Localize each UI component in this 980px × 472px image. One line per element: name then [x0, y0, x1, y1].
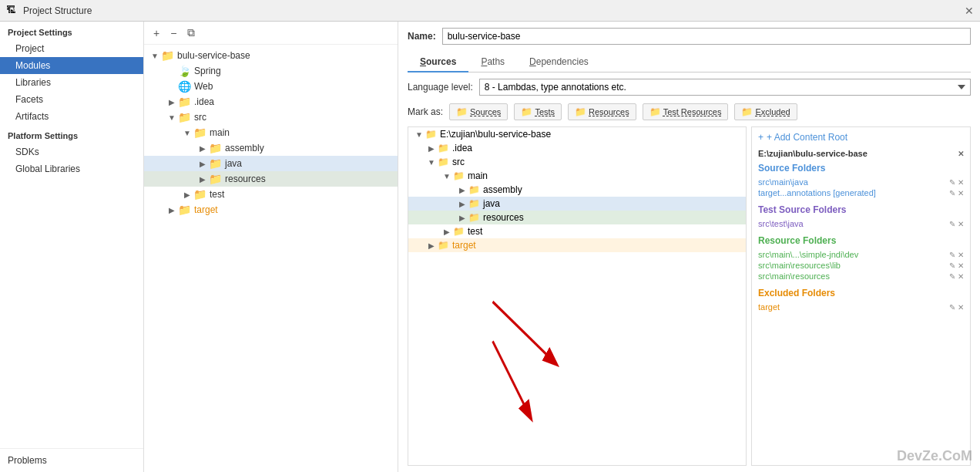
resource-folder-actions-2: ✎ ✕ [949, 261, 964, 270]
edit-icon-2[interactable]: ✎ [949, 189, 955, 197]
sidebar-item-modules[interactable]: Modules [0, 57, 143, 74]
excluded-folder-entry-1: target ✎ ✕ [758, 302, 964, 312]
tree-toggle-root: ▼ [150, 52, 159, 60]
edit-icon-res-3[interactable]: ✎ [949, 272, 955, 281]
source-folder-actions-2: ✎ ✕ [949, 189, 964, 197]
mark-test-resources-button[interactable]: 📁 Test Resources [643, 103, 729, 120]
resource-folders-section: Resource Folders src\main\...\simple-jnd… [758, 235, 964, 282]
web-icon: 🌐 [178, 80, 191, 93]
sources-root-folder-icon: 📁 [425, 129, 437, 140]
sidebar-item-artifacts[interactable]: Artifacts [0, 108, 143, 125]
sources-java-item[interactable]: ▶ 📁 java [408, 197, 746, 211]
sources-idea-label: .idea [452, 143, 472, 153]
spring-icon: 🍃 [178, 65, 191, 77]
tree-item-target[interactable]: ▶ 📁 target [144, 202, 398, 217]
remove-icon-res-1[interactable]: ✕ [958, 251, 964, 259]
tree-root-item[interactable]: ▼ 📁 bulu-service-base [144, 48, 398, 63]
resource-folder-actions-1: ✎ ✕ [949, 251, 964, 259]
language-level-select[interactable]: 8 - Lambdas, type annotations etc. [479, 79, 971, 96]
mark-resources-button[interactable]: 📁 Resources [568, 103, 636, 120]
resource-folder-path-2: src\main\resources\lib [758, 261, 949, 270]
sidebar-item-libraries[interactable]: Libraries [0, 74, 143, 91]
excluded-folders-title: Excluded Folders [758, 288, 964, 298]
edit-icon-res-1[interactable]: ✎ [949, 251, 955, 259]
name-input[interactable] [442, 28, 971, 45]
tab-sources[interactable]: Sources [408, 52, 468, 72]
tree-toolbar: + − ⧉ [144, 22, 398, 45]
remove-icon-res-2[interactable]: ✕ [958, 261, 964, 270]
add-module-button[interactable]: + [150, 25, 163, 41]
sources-java-label: java [483, 198, 500, 209]
remove-icon-excl-1[interactable]: ✕ [958, 303, 964, 312]
sources-resources-item[interactable]: ▶ 📁 resources [408, 211, 746, 224]
sidebar-item-sdks[interactable]: SDKs [0, 143, 143, 160]
sidebar-item-project[interactable]: Project [0, 40, 143, 57]
edit-icon-res-2[interactable]: ✎ [949, 261, 955, 270]
right-panel: Name: Sources Paths Dependencies Languag… [398, 22, 980, 472]
sources-main-item[interactable]: ▼ 📁 main [408, 169, 746, 183]
sources-tree[interactable]: ▼ 📁 E:\zujian\bulu-service-base ▶ 📁 .ide… [408, 126, 747, 466]
tree-main-label: main [210, 127, 230, 138]
sources-assembly-item[interactable]: ▶ 📁 assembly [408, 183, 746, 197]
source-folder-entry-2: target...annotations [generated] ✎ ✕ [758, 187, 964, 198]
svg-line-0 [493, 302, 556, 363]
tree-item-src[interactable]: ▼ 📁 src [144, 110, 398, 125]
mark-as-label: Mark as: [408, 106, 443, 117]
sources-resources-label: resources [483, 212, 524, 223]
sidebar-item-global-libraries[interactable]: Global Libraries [0, 160, 143, 177]
tree-item-spring[interactable]: 🍃 Spring [144, 63, 398, 79]
tree-assembly-label: assembly [225, 143, 264, 153]
remove-icon-2[interactable]: ✕ [958, 189, 964, 197]
sources-target-toggle: ▶ [427, 241, 436, 250]
tree-toggle-main: ▼ [183, 129, 192, 137]
titlebar-title: Project Structure [23, 5, 965, 16]
excluded-folder-icon: 📁 [741, 106, 753, 117]
sources-target-label: target [452, 240, 476, 251]
tree-item-test[interactable]: ▶ 📁 test [144, 187, 398, 202]
tab-dependencies[interactable]: Dependencies [517, 52, 601, 72]
close-button[interactable]: ✕ [965, 5, 974, 17]
sources-test-item[interactable]: ▶ 📁 test [408, 224, 746, 238]
tree-item-resources[interactable]: ▶ 📁 resources [144, 171, 398, 187]
edit-icon-excl-1[interactable]: ✎ [949, 303, 955, 312]
copy-module-button[interactable]: ⧉ [184, 25, 198, 41]
sources-tree-root[interactable]: ▼ 📁 E:\zujian\bulu-service-base [408, 127, 746, 141]
edit-icon-1[interactable]: ✎ [949, 178, 955, 187]
remove-icon-1[interactable]: ✕ [958, 178, 964, 187]
sources-test-toggle: ▶ [442, 228, 451, 236]
folder-src-icon: 📁 [178, 111, 191, 123]
tree-item-assembly[interactable]: ▶ 📁 assembly [144, 140, 398, 156]
tree-item-idea[interactable]: ▶ 📁 .idea [144, 94, 398, 110]
tab-paths[interactable]: Paths [468, 52, 517, 72]
test-source-folder-path-1: src\test\java [758, 219, 949, 228]
source-folders-title: Source Folders [758, 163, 964, 174]
sources-idea-item[interactable]: ▶ 📁 .idea [408, 141, 746, 155]
tree-toggle-resources: ▶ [198, 175, 207, 184]
resource-folder-entry-1: src\main\...\simple-jndi\dev ✎ ✕ [758, 249, 964, 260]
mark-excluded-button[interactable]: 📁 Excluded [734, 103, 797, 120]
remove-icon-test-1[interactable]: ✕ [958, 220, 964, 228]
sidebar-item-facets[interactable]: Facets [0, 91, 143, 108]
sources-target-item[interactable]: ▶ 📁 target [408, 238, 746, 252]
edit-icon-test-1[interactable]: ✎ [949, 220, 955, 228]
tree-item-java[interactable]: ▶ 📁 java [144, 156, 398, 171]
remove-icon-res-3[interactable]: ✕ [958, 272, 964, 281]
sidebar-item-problems[interactable]: Problems [0, 448, 143, 472]
mark-sources-button[interactable]: 📁 Sources [449, 103, 508, 120]
tree-panel: + − ⧉ ▼ 📁 bulu-service-base 🍃 Spring 🌐 W… [144, 22, 398, 472]
mark-tests-button[interactable]: 📁 Tests [514, 103, 562, 120]
tree-item-main[interactable]: ▼ 📁 main [144, 125, 398, 140]
test-source-folder-actions-1: ✎ ✕ [949, 220, 964, 228]
sources-src-folder-icon: 📁 [438, 157, 449, 167]
tests-btn-label: Tests [535, 107, 555, 116]
tree-java-label: java [225, 158, 242, 169]
sources-src-item[interactable]: ▼ 📁 src [408, 155, 746, 169]
tabs-bar: Sources Paths Dependencies [408, 52, 971, 72]
tree-item-web[interactable]: 🌐 Web [144, 79, 398, 94]
svg-line-1 [493, 341, 531, 417]
content-root-close-icon[interactable]: ✕ [958, 150, 964, 158]
tree-toggle-assembly: ▶ [198, 144, 207, 153]
add-content-root-button[interactable]: + + Add Content Root [758, 132, 964, 143]
sources-resources-toggle: ▶ [458, 214, 467, 222]
remove-module-button[interactable]: − [167, 25, 180, 41]
